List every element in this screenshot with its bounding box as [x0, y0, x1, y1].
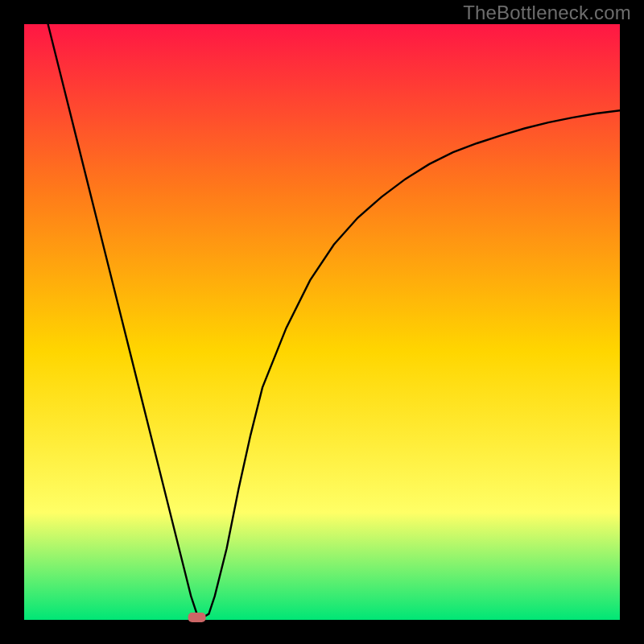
- watermark-text: TheBottleneck.com: [463, 2, 631, 24]
- plot-background: [24, 24, 620, 620]
- bottleneck-chart: [0, 0, 644, 644]
- chart-frame: TheBottleneck.com: [0, 0, 644, 644]
- minimum-marker: [188, 613, 206, 622]
